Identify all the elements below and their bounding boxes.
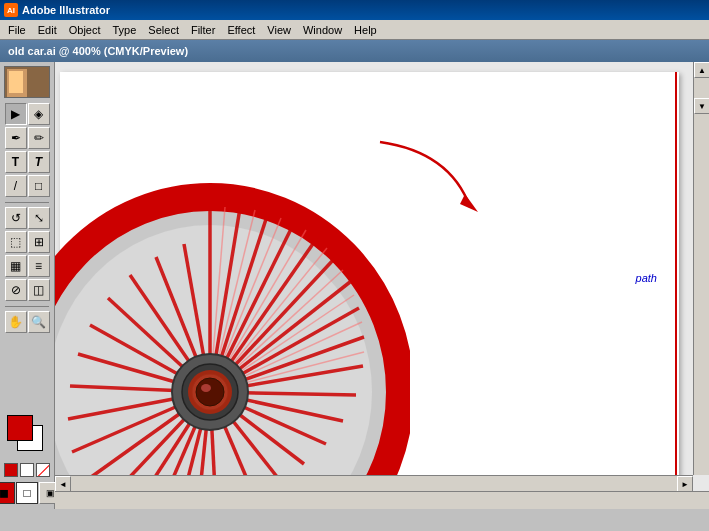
hand-tool[interactable]: ✋ <box>5 311 27 333</box>
scroll-right-btn[interactable]: ► <box>677 476 693 492</box>
scale-tool[interactable]: ⤡ <box>28 207 50 229</box>
app-icon-text: AI <box>7 6 15 15</box>
menu-effect[interactable]: Effect <box>221 22 261 38</box>
select-tool[interactable]: ▶ <box>5 103 27 125</box>
tool-row-pen: ✒ ✏ <box>5 127 50 149</box>
color-mode-row <box>4 463 50 477</box>
scroll-left-btn[interactable]: ◄ <box>55 476 71 492</box>
tool-thumbnail <box>4 66 50 98</box>
line-tool[interactable]: / <box>5 175 27 197</box>
svg-marker-52 <box>460 194 478 212</box>
wheel-svg <box>55 112 410 509</box>
menu-object[interactable]: Object <box>63 22 107 38</box>
tool-row-rotate: ↺ ⤡ <box>5 207 50 229</box>
normal-view-btn[interactable]: ◼ <box>0 482 15 504</box>
menu-filter[interactable]: Filter <box>185 22 221 38</box>
svg-point-51 <box>201 384 211 392</box>
rotate-tool[interactable]: ↺ <box>5 207 27 229</box>
view-mode-row: ◼ □ ▣ <box>0 482 61 504</box>
thumbnail-canvas <box>5 67 50 98</box>
canvas-area: path ▲ ▼ ◄ ► <box>55 62 709 509</box>
area-type-tool[interactable]: T <box>28 151 50 173</box>
menu-edit[interactable]: Edit <box>32 22 63 38</box>
mesh-tool[interactable]: ⊞ <box>28 231 50 253</box>
title-bar: AI Adobe Illustrator <box>0 0 709 20</box>
zoom-tool[interactable]: 🔍 <box>28 311 50 333</box>
tool-row-graph: ▦ ≡ <box>5 255 50 277</box>
tool-row-select: ▶ ◈ <box>5 103 50 125</box>
fill-color-box[interactable] <box>7 415 33 441</box>
type-tool[interactable]: T <box>5 151 27 173</box>
tool-divider <box>5 202 49 203</box>
scroll-down-btn[interactable]: ▼ <box>694 98 709 114</box>
none-btn[interactable] <box>36 463 50 477</box>
artboard[interactable]: path <box>60 72 679 489</box>
color-boxes[interactable] <box>7 415 47 455</box>
document-title-bar: old car.ai @ 400% (CMYK/Preview) <box>0 40 709 62</box>
blend-tool[interactable]: ⬚ <box>5 231 27 253</box>
vertical-scrollbar[interactable]: ▲ ▼ <box>693 62 709 475</box>
svg-point-50 <box>196 378 224 406</box>
status-bar <box>55 491 709 509</box>
wheel-drawing <box>55 112 390 509</box>
color-mode-btn[interactable] <box>4 463 18 477</box>
tool-row-type: T T <box>5 151 50 173</box>
page-border-line <box>675 72 677 489</box>
pencil-tool[interactable]: ✏ <box>28 127 50 149</box>
menu-bar: File Edit Object Type Select Filter Effe… <box>0 20 709 40</box>
tool-row-hand: ✋ 🔍 <box>5 311 50 333</box>
rect-tool[interactable]: □ <box>28 175 50 197</box>
gradient-btn[interactable] <box>20 463 34 477</box>
menu-type[interactable]: Type <box>107 22 143 38</box>
column-graph-tool[interactable]: ▦ <box>5 255 27 277</box>
menu-select[interactable]: Select <box>142 22 185 38</box>
bar-graph-tool[interactable]: ≡ <box>28 255 50 277</box>
tool-row-blend: ⬚ ⊞ <box>5 231 50 253</box>
direct-select-tool[interactable]: ◈ <box>28 103 50 125</box>
tool-row-line: / □ <box>5 175 50 197</box>
menu-window[interactable]: Window <box>297 22 348 38</box>
pen-tool[interactable]: ✒ <box>5 127 27 149</box>
preview-view-btn[interactable]: □ <box>16 482 38 504</box>
path-label: path <box>636 272 657 284</box>
menu-help[interactable]: Help <box>348 22 383 38</box>
menu-file[interactable]: File <box>2 22 32 38</box>
horizontal-scrollbar[interactable]: ◄ ► <box>55 475 693 491</box>
toolbar: ▶ ◈ ✒ ✏ T T / □ ↺ ⤡ ⬚ ⊞ ▦ ≡ ⊘ ◫ <box>0 62 55 509</box>
slice-tool[interactable]: ⊘ <box>5 279 27 301</box>
slice-select-tool[interactable]: ◫ <box>28 279 50 301</box>
tool-row-slice: ⊘ ◫ <box>5 279 50 301</box>
app-title: Adobe Illustrator <box>22 4 110 16</box>
main-layout: ▶ ◈ ✒ ✏ T T / □ ↺ ⤡ ⬚ ⊞ ▦ ≡ ⊘ ◫ <box>0 62 709 509</box>
app-icon: AI <box>4 3 18 17</box>
color-section <box>4 415 50 477</box>
tool-divider-2 <box>5 306 49 307</box>
scroll-up-btn[interactable]: ▲ <box>694 62 709 78</box>
menu-view[interactable]: View <box>261 22 297 38</box>
